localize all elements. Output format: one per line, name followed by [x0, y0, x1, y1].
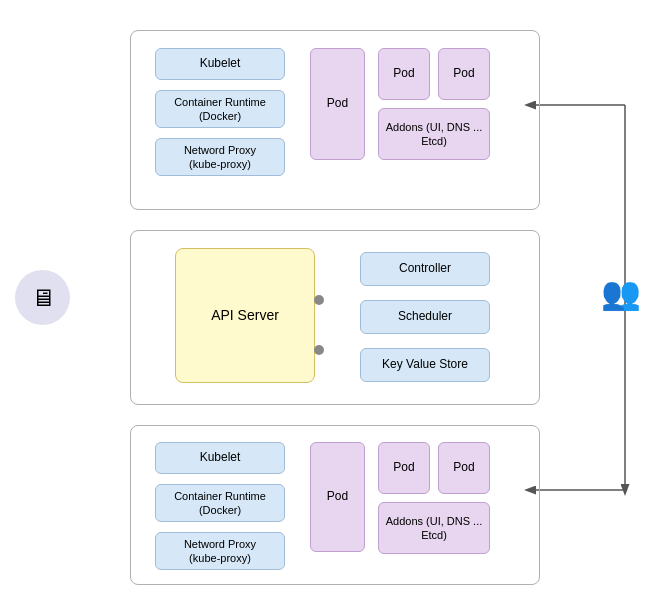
top-kubelet: Kubelet [155, 48, 285, 80]
monitor-icon: 🖥 [15, 270, 70, 325]
bottom-addons: Addons (UI, DNS ... Etcd) [378, 502, 490, 554]
scheduler: Scheduler [360, 300, 490, 334]
users-icon: 👥 [593, 265, 648, 320]
bottom-pod-small1: Pod [378, 442, 430, 494]
bottom-pod-small2: Pod [438, 442, 490, 494]
api-server: API Server [175, 248, 315, 383]
bottom-kubelet: Kubelet [155, 442, 285, 474]
top-container-runtime: Container Runtime (Docker) [155, 90, 285, 128]
top-pod-large: Pod [310, 48, 365, 160]
bottom-pod-large: Pod [310, 442, 365, 552]
diagram-container: Kubelet Container Runtime (Docker) Netwo… [0, 0, 666, 603]
bottom-container-runtime: Container Runtime (Docker) [155, 484, 285, 522]
key-value-store: Key Value Store [360, 348, 490, 382]
controller: Controller [360, 252, 490, 286]
top-network-proxy: Netword Proxy (kube-proxy) [155, 138, 285, 176]
top-pod-small1: Pod [378, 48, 430, 100]
connector-dot-bottom [314, 345, 324, 355]
top-pod-small2: Pod [438, 48, 490, 100]
bottom-network-proxy: Netword Proxy (kube-proxy) [155, 532, 285, 570]
connector-dot-top [314, 295, 324, 305]
top-addons: Addons (UI, DNS ... Etcd) [378, 108, 490, 160]
